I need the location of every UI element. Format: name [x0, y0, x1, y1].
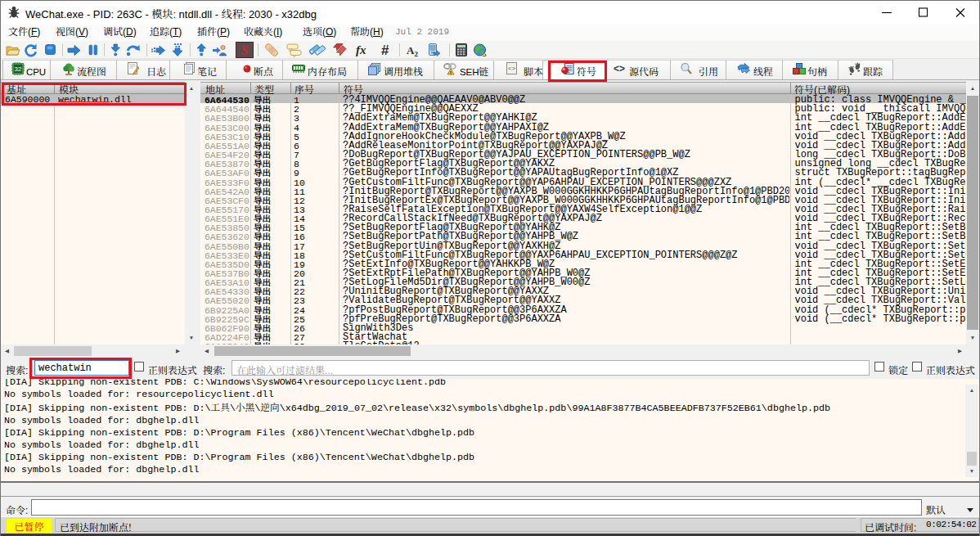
svg-text:<>: <> — [508, 65, 516, 72]
svg-text:S: S — [241, 43, 249, 57]
svg-text:!: ! — [450, 70, 452, 75]
svg-text:32: 32 — [15, 65, 22, 73]
svg-text:<>: <> — [614, 63, 625, 74]
